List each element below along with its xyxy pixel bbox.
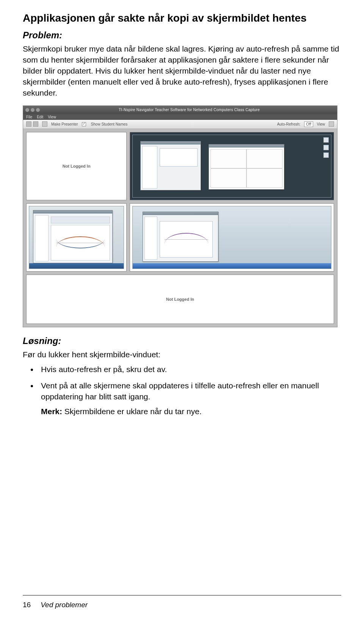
page-number: 16: [23, 601, 31, 609]
note-label: Merk:: [41, 407, 62, 416]
tile-not-logged-in-1: Not Logged In: [26, 132, 127, 200]
footer-section: Ved problemer: [41, 601, 88, 609]
presenter-icon[interactable]: [42, 121, 47, 127]
window-controls: [25, 108, 40, 112]
view-label: View: [317, 122, 325, 126]
menu-edit[interactable]: Edit: [37, 115, 43, 119]
show-names-label: Show Student Names: [91, 122, 128, 126]
problem-label: Problem:: [23, 30, 341, 41]
app-titlebar: TI-Nspire Navigator Teacher Software for…: [23, 106, 337, 114]
capture-grid: Not Logged In: [23, 129, 337, 327]
tile-not-logged-in-2: Not Logged In: [26, 275, 334, 324]
solution-list: Hvis auto-refresh er på, skru det av. Ve…: [23, 364, 341, 417]
solution-item-1: Hvis auto-refresh er på, skru det av.: [38, 364, 341, 375]
problem-text: Skjermkopi bruker mye data når bildene s…: [23, 44, 341, 99]
tile-desktop-1: [130, 132, 334, 200]
make-presenter-label[interactable]: Make Presenter: [51, 122, 78, 126]
auto-refresh-select[interactable]: Off: [304, 121, 313, 127]
solution-item-2-text: Vent på at alle skjermene skal oppdatere…: [41, 381, 319, 401]
page-footer: 16 Ved problemer: [23, 601, 88, 609]
show-names-checkbox[interactable]: [82, 122, 86, 126]
page-heading: Applikasjonen går sakte når kopi av skje…: [23, 11, 341, 25]
embedded-screenshot: TI-Nspire Navigator Teacher Software for…: [23, 105, 337, 327]
app-menubar: File Edit View: [23, 114, 337, 120]
footer-rule: [23, 595, 341, 595]
zoom-icons: [26, 121, 38, 127]
auto-refresh-label: Auto-Refresh:: [277, 122, 301, 126]
app-window: TI-Nspire Navigator Teacher Software for…: [23, 105, 337, 327]
solution-item-2: Vent på at alle skjermene skal oppdatere…: [38, 380, 341, 417]
menu-view[interactable]: View: [48, 115, 56, 119]
tile-desktop-3: [130, 203, 334, 272]
zoom-in-icon[interactable]: [33, 121, 38, 127]
not-logged-in-text: Not Logged In: [63, 164, 91, 168]
solution-label: Løsning:: [23, 336, 341, 346]
menu-file[interactable]: File: [26, 115, 32, 119]
not-logged-in-text: Not Logged In: [166, 297, 194, 302]
view-mode-icon[interactable]: [329, 121, 334, 127]
zoom-out-icon[interactable]: [26, 121, 31, 127]
app-toolbar: Make Presenter Show Student Names Auto-R…: [23, 120, 337, 129]
app-title: TI-Nspire Navigator Teacher Software for…: [44, 108, 335, 112]
tile-desktop-2: [26, 203, 127, 272]
note-text: Skjermbildene er uklare når du tar nye.: [62, 407, 202, 416]
solution-intro: Før du lukker hent skjermbilde-vinduet:: [23, 349, 341, 360]
